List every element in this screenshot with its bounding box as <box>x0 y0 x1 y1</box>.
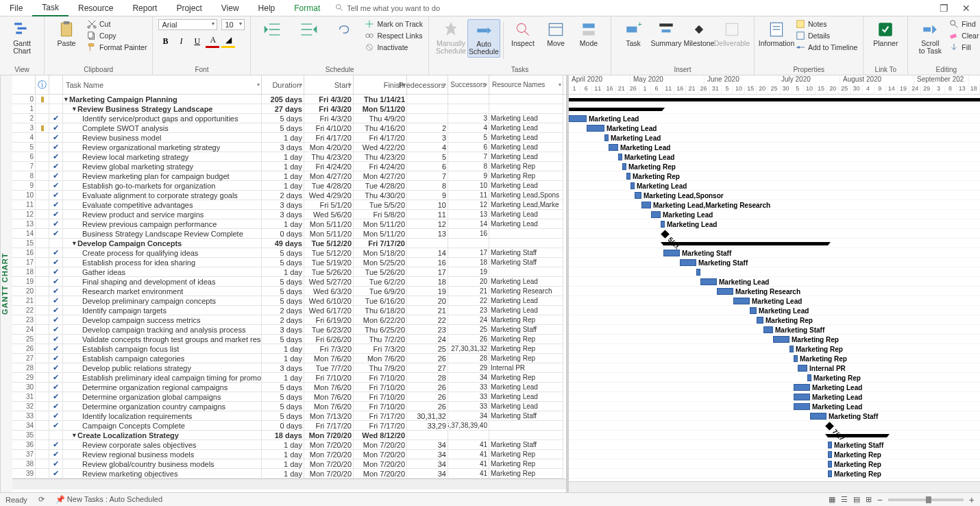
gantt-row[interactable] <box>569 95 980 104</box>
table-row[interactable]: 4✔Review business model1 dayFri 4/17/20F… <box>12 133 566 143</box>
gantt-body[interactable]: Marketing LeadMarketing LeadMarketing Le… <box>569 95 980 481</box>
table-row[interactable]: 30✔Determine organization regional campa… <box>12 383 566 392</box>
task-bar[interactable]: Marketing Staff <box>763 326 773 333</box>
gantt-row[interactable]: Marketing Staff <box>569 411 980 421</box>
table-row[interactable]: 9✔Establish go-to-markets for organizati… <box>12 181 566 191</box>
gantt-row[interactable]: Marketing Lead <box>569 306 980 315</box>
task-bar[interactable]: Marketing Lead <box>609 144 618 151</box>
summary-bar[interactable] <box>569 108 662 111</box>
tell-me-search[interactable]: Tell me what you want to do <box>335 3 440 12</box>
table-row[interactable]: 14✔Business Strategy Landscape Review Co… <box>12 229 566 239</box>
table-row[interactable]: 6✔Review local marketing strategy1 dayTh… <box>12 152 566 162</box>
task-bar[interactable]: Marketing Lead <box>794 384 810 391</box>
task-bar[interactable]: Marketing Research <box>717 288 733 295</box>
information-button[interactable]: Information <box>760 19 793 49</box>
task-bar[interactable]: Marketing Lead <box>750 307 757 314</box>
gantt-row[interactable]: 5/11 <box>569 229 980 239</box>
task-bar[interactable]: Marketing Lead <box>661 221 665 228</box>
col-duration[interactable]: Duration▾ <box>262 75 304 94</box>
task-bar[interactable]: Marketing Lead,Marketing Research <box>641 202 651 208</box>
task-bar[interactable]: Marketing Rep <box>626 173 630 180</box>
table-row[interactable]: 18✔Gather ideas1 dayTue 5/26/20Tue 5/26/… <box>12 267 566 277</box>
gantt-row[interactable]: Marketing Lead <box>569 181 980 191</box>
table-row[interactable]: 2✔Identify service/product gaps and oppo… <box>12 114 566 123</box>
gantt-row[interactable] <box>569 431 980 440</box>
view-usage-icon[interactable]: ☰ <box>841 495 848 504</box>
table-row[interactable]: 24✔Develop campaign tracking and analysi… <box>12 325 566 335</box>
mark-on-track-button[interactable]: Mark on Track <box>365 19 423 29</box>
insert-task-button[interactable]: +Task <box>617 19 650 49</box>
format-painter-button[interactable]: Format Painter <box>87 43 147 52</box>
inspect-button[interactable]: Inspect <box>506 19 539 49</box>
table-row[interactable]: 11✔Evaluate competitive advantages3 days… <box>12 200 566 210</box>
auto-schedule-button[interactable]: AutoSchedule <box>467 19 500 58</box>
gantt-chart-button[interactable]: GanttChart <box>5 19 38 56</box>
summary-bar[interactable] <box>663 242 828 245</box>
gantt-row[interactable]: Marketing Rep <box>569 315 980 325</box>
task-bar[interactable]: Marketing Lead <box>733 298 750 304</box>
task-bar[interactable]: Marketing Rep <box>773 336 789 343</box>
task-bar[interactable]: Marketing Lead <box>604 134 609 141</box>
tab-project[interactable]: Project <box>167 1 211 16</box>
task-bar[interactable]: Marketing Lead,Sponsor <box>635 192 641 199</box>
cut-button[interactable]: Cut <box>87 19 147 29</box>
gantt-row[interactable]: Marketing Lead <box>569 152 980 162</box>
move-button[interactable]: Move <box>539 19 572 49</box>
notes-button[interactable]: Notes <box>796 19 857 29</box>
task-bar[interactable]: Marketing Lead <box>794 403 810 410</box>
milestone-marker[interactable]: 5/11 <box>661 230 670 239</box>
task-bar[interactable]: Marketing Staff <box>810 413 826 420</box>
task-bar[interactable]: Marketing Rep <box>828 461 832 468</box>
insert-milestone-button[interactable]: Milestone <box>683 19 715 49</box>
zoom-out[interactable]: − <box>877 494 883 505</box>
table-row[interactable]: 33✔Identify localization requirements5 d… <box>12 411 566 421</box>
table-row[interactable]: 37✔Review regional business models1 dayM… <box>12 450 566 459</box>
gantt-row[interactable]: Marketing Rep <box>569 459 980 469</box>
gantt-row[interactable]: Marketing Staff <box>569 325 980 335</box>
tab-help[interactable]: Help <box>249 1 285 16</box>
insert-summary-button[interactable]: Summary <box>650 19 683 49</box>
scroll-to-task-button[interactable]: Scrollto Task <box>914 19 946 56</box>
gantt-row[interactable]: Marketing Lead <box>569 277 980 287</box>
table-row[interactable]: 12✔Review product and service margins3 d… <box>12 210 566 219</box>
zoom-in[interactable]: + <box>969 494 975 505</box>
gantt-row[interactable]: Marketing Rep <box>569 344 980 354</box>
gantt-row[interactable] <box>569 267 980 277</box>
col-task-name[interactable]: Task Name▾ <box>63 75 262 94</box>
table-row[interactable]: 27✔Establish campaign categories1 dayMon… <box>12 354 566 363</box>
task-bar[interactable]: Marketing Lead <box>587 125 604 132</box>
gantt-row[interactable]: Marketing Rep <box>569 171 980 181</box>
gantt-row[interactable]: Marketing Staff <box>569 258 980 267</box>
tab-resource[interactable]: Resource <box>69 1 123 16</box>
task-bar[interactable]: Marketing Lead <box>700 278 717 285</box>
add-timeline-button[interactable]: Add to Timeline <box>796 43 857 52</box>
paste-button[interactable]: Paste <box>50 19 83 49</box>
col-indicators[interactable]: ⓘ <box>36 75 49 94</box>
gantt-row[interactable] <box>569 239 980 248</box>
grid-hscroll[interactable] <box>12 479 566 490</box>
gantt-row[interactable]: Marketing Lead <box>569 219 980 229</box>
table-row[interactable]: 23✔Develop campaign success metrics2 day… <box>12 315 566 325</box>
outdent-button[interactable] <box>256 19 289 41</box>
gantt-row[interactable]: Marketing Lead <box>569 123 980 133</box>
planner-button[interactable]: Planner <box>869 19 902 49</box>
task-bar[interactable] <box>696 269 700 276</box>
col-resources[interactable]: Resource Names▾ <box>489 75 563 94</box>
gantt-row[interactable]: Marketing Lead <box>569 296 980 306</box>
table-row[interactable]: 20✔Research market environment5 daysWed … <box>12 287 566 296</box>
table-row[interactable]: 25✔Validate concepts through test groups… <box>12 335 566 344</box>
gantt-row[interactable]: Marketing Lead <box>569 210 980 219</box>
table-row[interactable]: 28✔Develop public relations strategy3 da… <box>12 363 566 373</box>
table-row[interactable]: 3▮✔Complete SWOT analysis5 daysFri 4/10/… <box>12 123 566 133</box>
task-bar[interactable]: Marketing Staff <box>663 250 680 256</box>
table-row[interactable]: 34✔Campaign Concepts Complete0 daysFri 7… <box>12 421 566 431</box>
tab-file[interactable]: File <box>0 1 32 16</box>
sync-icon[interactable]: ⟳ <box>38 495 45 504</box>
find-button[interactable]: Find <box>949 19 979 29</box>
tab-format[interactable]: Format <box>284 1 330 16</box>
task-bar[interactable]: Marketing Rep <box>828 470 832 477</box>
col-index[interactable] <box>12 75 36 94</box>
table-row[interactable]: 7✔Review global marketing strategy1 dayF… <box>12 162 566 171</box>
gantt-hscroll[interactable] <box>569 481 980 492</box>
table-row[interactable]: 8✔Review marketing plan for campaign bud… <box>12 171 566 181</box>
